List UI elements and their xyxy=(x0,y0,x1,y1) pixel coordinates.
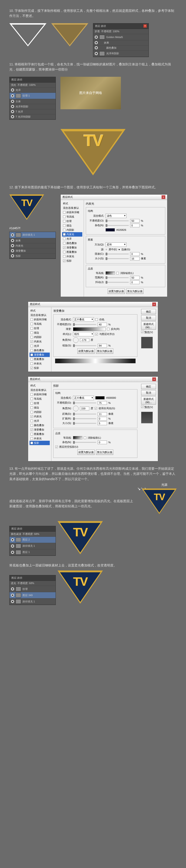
select[interactable]: 正片叠底 xyxy=(73,396,94,400)
layer-row[interactable]: 图层 1 xyxy=(9,549,56,556)
eye-icon[interactable] xyxy=(11,551,14,554)
blend-opts[interactable]: 混合选项:默认 xyxy=(29,313,50,317)
style-item[interactable]: 内阴影 xyxy=(29,410,50,414)
tab-layers[interactable]: 图层 xyxy=(11,78,17,81)
eye-icon[interactable] xyxy=(11,244,14,247)
layer-row[interactable]: 路径填充 1 xyxy=(9,232,56,238)
input[interactable]: -179 xyxy=(80,338,89,342)
style-item[interactable]: 颜色叠加 xyxy=(62,241,82,245)
style-item[interactable]: 纹理 xyxy=(29,326,50,331)
new-style-button[interactable]: 新建样式(W)... xyxy=(141,321,156,330)
preview-checkbox[interactable] xyxy=(141,331,144,333)
checkbox[interactable] xyxy=(107,328,109,330)
noise-slider[interactable] xyxy=(106,225,129,226)
layer-row[interactable]: T 光泽 xyxy=(9,109,56,114)
tab[interactable]: 图层 xyxy=(11,577,17,579)
checkbox[interactable] xyxy=(95,318,98,321)
style-item[interactable]: 斜面和浮雕 xyxy=(29,392,50,397)
style-item[interactable]: 内发光 xyxy=(29,414,50,419)
style-item[interactable]: 纹理 xyxy=(62,219,82,223)
layer-row[interactable]: 颜色叠加 xyxy=(93,45,149,51)
input[interactable]: 0 xyxy=(130,252,139,256)
layer-row[interactable]: 图层 349 xyxy=(9,592,56,598)
cancel-button[interactable]: 取消 xyxy=(141,315,156,320)
style-item[interactable]: 渐变叠加 xyxy=(62,245,82,250)
set-default-button[interactable]: 设置为默认值 xyxy=(77,348,95,354)
tab[interactable]: 图层 xyxy=(11,527,17,530)
opacity-input[interactable]: 50 xyxy=(130,219,139,223)
layer-row[interactable]: 光泽和阴影 xyxy=(93,51,149,57)
color-picker[interactable] xyxy=(95,396,105,399)
anti-alias-cb[interactable] xyxy=(116,272,119,274)
style-item[interactable]: 图案叠加 xyxy=(29,432,50,436)
style-item[interactable]: 描边 xyxy=(29,405,50,410)
style-item[interactable]: 光泽 xyxy=(29,419,50,423)
style-item[interactable]: 颜色叠加 xyxy=(29,348,50,352)
eye-icon[interactable] xyxy=(11,239,14,242)
style-item[interactable]: 图案叠加 xyxy=(29,357,50,362)
style-item[interactable]: 渐变叠加 xyxy=(29,428,50,432)
style-item-selected[interactable]: 投影 xyxy=(29,441,50,445)
style-item[interactable]: 内发光 xyxy=(29,339,50,344)
layer-row[interactable]: 主体 xyxy=(9,99,56,104)
layer-row[interactable]: 效果 xyxy=(9,238,56,243)
input[interactable]: 11 xyxy=(98,412,107,416)
layer-row[interactable]: 路径填充 1 xyxy=(9,543,56,549)
checkbox[interactable] xyxy=(95,407,97,410)
eye-icon[interactable] xyxy=(11,105,14,108)
style-item[interactable]: 等高线 xyxy=(62,215,82,219)
input[interactable]: 0 xyxy=(98,440,107,444)
eye-icon[interactable] xyxy=(11,594,14,597)
slider[interactable] xyxy=(106,253,129,254)
opacity-slider[interactable] xyxy=(106,220,129,221)
checkbox[interactable] xyxy=(55,445,58,448)
style-item[interactable]: 外发光 xyxy=(62,254,82,259)
eye-icon[interactable] xyxy=(11,254,14,257)
input[interactable]: 16 xyxy=(130,257,139,260)
style-item[interactable]: 描边 xyxy=(62,223,82,228)
layer-row[interactable]: 光泽和阴影 xyxy=(9,104,56,109)
style-item[interactable]: 颜色叠加 xyxy=(29,423,50,428)
slider[interactable] xyxy=(106,277,129,278)
blend-mode[interactable]: 强光 xyxy=(11,83,16,87)
layer-row[interactable]: 纹理 xyxy=(9,586,56,592)
style-item[interactable]: 投影 xyxy=(62,259,82,263)
select[interactable]: 线性 xyxy=(73,332,94,336)
eye-icon[interactable] xyxy=(11,538,14,541)
reset-default-button[interactable]: 复位为默认值 xyxy=(126,288,143,294)
layer-row[interactable]: 路径填充 1 xyxy=(9,598,56,605)
style-item[interactable]: 斜面和浮雕 xyxy=(62,210,82,215)
eye-icon[interactable] xyxy=(95,46,98,50)
set-default-button[interactable]: 设置为默认值 xyxy=(77,450,95,455)
noise-input[interactable]: 0 xyxy=(130,224,139,227)
layer-row[interactable]: 效果 xyxy=(93,40,149,45)
eye-icon[interactable] xyxy=(11,249,14,252)
slider[interactable] xyxy=(73,345,96,346)
tab-layers[interactable]: 图层 xyxy=(95,25,100,27)
eye-icon[interactable] xyxy=(95,41,98,44)
radio-edge[interactable]: ● xyxy=(118,248,120,251)
close-icon[interactable]: × xyxy=(152,377,156,381)
style-item[interactable]: 等高线 xyxy=(29,397,50,401)
select[interactable]: 正片叠底 xyxy=(73,317,94,322)
style-item[interactable]: 外发光 xyxy=(29,436,50,441)
tab[interactable]: 路径 xyxy=(17,577,22,579)
tab-paths[interactable]: 路径 xyxy=(17,78,22,81)
contour-picker[interactable] xyxy=(106,271,115,275)
radio-center[interactable]: ○ xyxy=(106,248,107,251)
ok-button[interactable]: 确定 xyxy=(141,384,156,389)
tab-paths[interactable]: 路径 xyxy=(101,25,106,27)
eye-icon[interactable] xyxy=(95,35,98,39)
slider[interactable] xyxy=(73,423,96,424)
angle-dial[interactable] xyxy=(73,337,79,343)
close-icon[interactable]: × xyxy=(162,195,165,199)
contour-picker[interactable] xyxy=(73,436,82,439)
checkbox[interactable] xyxy=(95,333,98,335)
tab[interactable]: 路径 xyxy=(17,527,22,530)
style-item[interactable]: 内阴影 xyxy=(29,335,50,339)
layer-row[interactable]: 渐变叠加 xyxy=(9,248,56,253)
layer-row[interactable]: 光泽 xyxy=(9,88,56,93)
gradient-preview-bar[interactable] xyxy=(55,359,136,363)
style-item[interactable]: 描边 xyxy=(29,331,50,335)
style-item[interactable]: 外发光 xyxy=(29,362,50,366)
